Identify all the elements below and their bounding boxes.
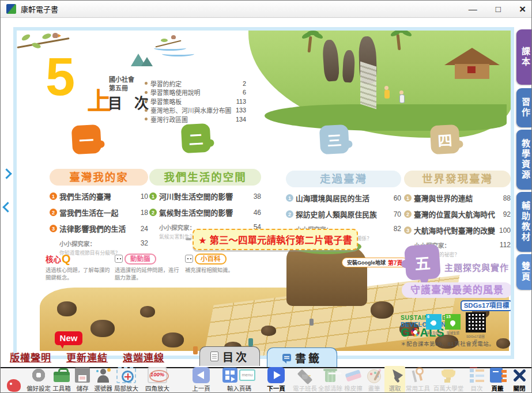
unit4-stamp-icon: 四 [430,124,461,155]
corner-zoom-button[interactable]: 100% 四角放大 [139,366,176,393]
toolbox-icon [52,367,71,383]
close-x-icon [510,367,529,383]
common-tools-button[interactable]: 常用工具 [405,366,431,393]
pen-button[interactable]: 畫筆 [364,366,384,393]
page-forward-arrow[interactable] [1,168,12,179]
walking-person [310,319,314,326]
trophy-icon [439,367,458,383]
unit2-stamp-icon: 二 [181,123,212,154]
area-zoom-button[interactable]: 局部放大 [114,366,139,393]
previous-arrow-icon [193,367,210,383]
toc-entry: 1我們生活的臺灣10 [50,191,148,202]
walking-kid [399,90,405,103]
new-badge: New [55,331,82,345]
book-page: 5 上 國小社會 第五冊 目 次 學習的約定2 學習策略使用說明6 學習策略板1… [17,31,511,356]
class-monitor-button[interactable]: 電子班長 [292,366,318,393]
sdg-footnote: ＊配合課本第80、81頁社會充電站。 [401,339,495,347]
graduation-cap-icon [295,367,315,383]
bookmark-icon [282,354,291,361]
close-app-button[interactable]: 關閉 [508,366,531,393]
bird-icon [52,33,58,38]
unit1-stamp-icon: 一 [71,124,102,155]
next-page-button[interactable]: 下一頁 [260,366,292,393]
tab-dual-page[interactable]: 雙頁 [516,254,531,290]
update-link[interactable]: 更新連結 [66,350,108,364]
minimize-button[interactable]: — [469,1,477,18]
toc-entry: 1山海環境與居民的生活60 [286,192,401,203]
front-matter-list: 學習的約定2 學習策略使用說明6 學習策略板113 臺灣地形、河川與水庫分布圖1… [145,79,246,124]
maximize-button[interactable]: □ [496,1,501,18]
zoom-100-icon: 100% [148,367,167,383]
feature-encyclopedia: 小百科 補充課程相關知識。 [185,253,253,274]
rock [140,306,155,318]
rock [57,301,77,316]
window-title: 康軒電子書 [21,3,58,14]
close-window-button[interactable]: × [519,1,526,18]
sea-wave [162,51,194,56]
tree-icon [449,319,456,327]
mascot-button[interactable] [2,376,26,393]
toc-entry: 1河川對生活空間的影響38 [149,191,261,202]
toc-button[interactable]: 目次 [466,366,487,393]
sdg-qr-code [466,312,486,332]
copyright-link[interactable]: 版權聲明 [10,350,51,364]
document-icon [210,352,218,361]
list-item: 臺灣地形、河川與水庫分布圖133 [145,106,246,115]
compass-icon [408,367,428,383]
floppy-disk-icon [73,367,92,383]
toolbox-button[interactable]: 工具箱 [51,366,72,393]
trash-icon [320,367,340,383]
rock [371,301,394,319]
feature-core-q: 核心 Q 透過核心問題，了解每課的關鍵概念。 [46,253,114,282]
page-input-button[interactable]: menu 輸入頁碼 [218,366,260,393]
unit3-title: 走過臺灣 [286,171,401,187]
unit1-items: 1我們生活的臺灣10 2當我們生活在一起18 3法律影響我們的生活24 小小探究… [50,191,148,256]
sdg-goal6-tile: 6 [426,314,442,330]
feature-brainstorm: 動動腦 透過課程的延伸問題，進行腦力激盪。 [115,253,183,282]
disc2-notice-banner: ★ 第三～四單元請執行第二片電子書 [193,229,358,250]
remote-connection-link[interactable]: 遠端連線 [123,350,164,364]
preferences-button[interactable]: 偏好設定 [26,366,51,393]
tab-textbook[interactable]: 課本 [516,29,531,85]
unit5-subtitle: 守護臺灣最美的風景 [402,282,511,298]
walking-kid [384,86,390,99]
unit4-title: 世界發現臺灣 [404,171,511,187]
eraser-button[interactable]: 橡皮擦 [343,366,364,393]
toc-entry: 3法律影響我們的生活24 [50,223,148,234]
sdg-goal15-tile: 15 [445,314,461,330]
quiz-game-button[interactable]: 百萬大學堂 [431,366,466,393]
list-item: 學習策略使用說明6 [145,88,246,97]
person-picker-icon [93,367,113,383]
series-label: 國小社會 第五冊 [109,75,134,93]
eraser-icon [344,367,363,383]
list-item: 臺灣行政區圖134 [145,115,246,124]
hut-door [467,66,476,73]
toc-entry: 2當我們生活在一起18 [50,207,148,218]
select-tool-button[interactable]: 選取 [384,366,405,393]
unit2-title: 我們生活的空間 [149,169,261,186]
clear-all-button[interactable]: 全部清除 [318,366,343,393]
tab-workbook[interactable]: 習作 [516,88,531,127]
bottom-tab-bookmark[interactable]: 書籤 [267,347,337,367]
window-controls: — □ × [469,1,526,18]
menu-box-icon: menu [239,369,255,381]
stone-stairs [360,61,376,109]
ebook-app-window: 康軒電子書 — □ × [0,0,532,393]
mascot-icon [7,379,21,392]
cursor-icon [385,367,405,383]
next-arrow-icon [267,367,285,383]
toc-entry: 3大航海時代對臺灣的改變100 [404,225,511,236]
list-item: 學習的約定2 [145,79,246,88]
page-tabs-button[interactable]: 頁籤 [487,366,508,393]
tabbed-book-icon [488,367,507,383]
tab-teaching-resources[interactable]: 教學資源 [516,130,531,190]
tab-auxiliary-materials[interactable]: 輔助教材 [516,192,531,252]
bottom-tab-toc[interactable]: 目次 [199,346,260,366]
save-button[interactable]: 儲存 [72,366,93,393]
page-back-arrow[interactable] [2,202,13,212]
hill-shade [265,104,507,131]
toc-entry: 2探訪史前人類與原住民族70 [286,209,401,220]
sdgs-17-goals-button[interactable]: SDGs17項目標 [461,300,511,311]
number-picker-button[interactable]: 選號器 [93,366,114,393]
previous-page-button[interactable]: 上一頁 [184,366,218,393]
